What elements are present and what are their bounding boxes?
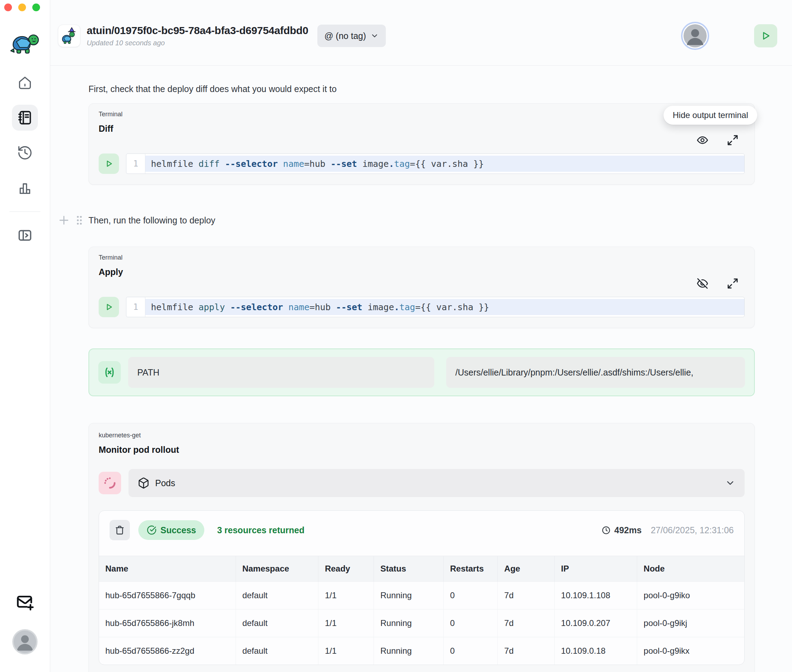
main-area: atuin/01975f0c-bc95-78a4-bfa3-d69754afdb…	[50, 0, 792, 672]
add-block-button[interactable]	[57, 214, 70, 227]
plus-icon	[57, 214, 70, 227]
env-var-block: PATH /Users/ellie/Library/pnpm:/Users/el…	[88, 349, 755, 396]
resource-dropdown[interactable]: Pods	[128, 469, 745, 497]
env-value-field[interactable]: /Users/ellie/Library/pnpm:/Users/ellie/.…	[446, 357, 745, 388]
runbook-titles: atuin/01975f0c-bc95-78a4-bfa3-d69754afdb…	[87, 25, 308, 47]
notebook-content: First, check that the deploy diff does w…	[50, 66, 792, 672]
terminal-block-apply: Terminal Apply	[88, 246, 755, 328]
play-icon	[104, 302, 113, 312]
column-header-age: Age	[498, 556, 555, 582]
result-header: Success 3 resources returned 492ms	[99, 511, 744, 548]
runbook-header: atuin/01975f0c-bc95-78a4-bfa3-d69754afdb…	[50, 0, 792, 66]
line-number: 1	[126, 154, 145, 174]
sidebar-item-history[interactable]	[12, 140, 38, 166]
sidebar-item-terminal-panel[interactable]	[12, 222, 38, 248]
sidebar-item-home[interactable]	[12, 70, 38, 96]
table-row[interactable]: hub-65d7655866-zz2gddefault1/1Running07d…	[99, 637, 744, 665]
minimize-window-button[interactable]	[18, 3, 26, 11]
status-badge: Success	[138, 520, 204, 540]
result-panel: Success 3 resources returned 492ms	[99, 510, 745, 665]
terminal-block-diff: Terminal Diff Hide output terminal	[88, 103, 755, 185]
column-header-node: Node	[637, 556, 744, 582]
column-header-restarts: Restarts	[443, 556, 497, 582]
tag-label: @ (no tag)	[324, 31, 366, 41]
text-block-row: Then, run the following to deploy	[57, 214, 755, 227]
run-block-button[interactable]	[99, 297, 119, 317]
trash-icon	[115, 525, 125, 535]
home-icon	[17, 74, 33, 91]
check-circle-icon	[147, 525, 156, 535]
sidebar-bottom	[0, 593, 50, 654]
avatar-photo	[683, 24, 707, 47]
column-header-status: Status	[374, 556, 444, 582]
eye-off-icon	[696, 277, 709, 290]
pods-table: NameNamespaceReadyStatusRestartsAgeIPNod…	[99, 556, 744, 665]
history-icon	[17, 145, 33, 161]
panel-right-icon	[17, 227, 33, 243]
status-label: Success	[160, 525, 196, 535]
expand-icon	[727, 134, 739, 147]
result-summary: 3 resources returned	[217, 525, 304, 535]
toggle-output-button[interactable]	[696, 277, 709, 290]
block-title[interactable]: Monitor pod rollout	[99, 445, 745, 455]
kubernetes-get-block: kubernetes-get Monitor pod rollout	[88, 423, 755, 672]
block-type-label: Terminal	[99, 110, 745, 118]
avatar-photo	[14, 630, 36, 653]
runbook-title: atuin/01975f0c-bc95-78a4-bfa3-d69754afdb…	[87, 25, 308, 37]
zoom-window-button[interactable]	[32, 3, 40, 11]
code-row: 1 helmfile apply --selector name=hub --s…	[99, 297, 745, 317]
wizard-turtle-icon	[60, 27, 78, 45]
code-row: 1 helmfile diff --selector name=hub --se…	[99, 154, 745, 174]
close-window-button[interactable]	[4, 3, 12, 11]
result-timestamp: 27/06/2025, 12:31:06	[651, 525, 734, 535]
duration-value: 492ms	[614, 525, 642, 535]
play-icon	[760, 30, 771, 42]
resource-selected-value: Pods	[155, 478, 175, 488]
env-name-field[interactable]: PATH	[128, 357, 434, 388]
hide-output-terminal-tooltip: Hide output terminal	[664, 106, 757, 125]
run-runbook-button[interactable]	[754, 24, 777, 47]
expand-block-button[interactable]	[727, 277, 739, 290]
sidebar-item-stats[interactable]	[12, 175, 38, 201]
pods-cube-icon	[137, 477, 150, 489]
column-header-namespace: Namespace	[236, 556, 318, 582]
block-title[interactable]: Apply	[99, 267, 745, 277]
sidebar-nav	[0, 70, 50, 248]
table-row[interactable]: hub-65d7655866-7gqqbdefault1/1Running07d…	[99, 582, 744, 610]
table-header-row: NameNamespaceReadyStatusRestartsAgeIPNod…	[99, 556, 744, 582]
text-block-deploy[interactable]: Then, run the following to deploy	[88, 215, 215, 226]
delete-result-button[interactable]	[110, 520, 130, 540]
drag-handle-icon[interactable]	[75, 214, 84, 227]
window-controls	[4, 3, 40, 11]
notebook-icon	[17, 110, 33, 126]
expand-block-button[interactable]	[727, 134, 739, 147]
code-line[interactable]: helmfile diff --selector name=hub --set …	[145, 155, 744, 172]
text-block-intro[interactable]: First, check that the deploy diff does w…	[88, 84, 755, 94]
sidebar-item-runbooks[interactable]	[12, 105, 38, 131]
variable-icon	[98, 361, 121, 384]
code-editor: 1 helmfile apply --selector name=hub --s…	[126, 297, 745, 317]
line-number: 1	[126, 297, 145, 317]
header-avatar[interactable]	[681, 22, 709, 50]
sidebar-divider	[10, 211, 40, 212]
toggle-output-button[interactable]	[696, 134, 709, 147]
table-row[interactable]: hub-65d7655866-jk8mhdefault1/1Running07d…	[99, 610, 744, 637]
eye-icon	[696, 134, 709, 147]
block-title[interactable]: Diff	[99, 124, 745, 134]
code-line[interactable]: helmfile apply --selector name=hub --set…	[145, 299, 744, 315]
play-icon	[104, 159, 113, 168]
chevron-down-icon	[725, 478, 736, 488]
clock-icon	[601, 525, 611, 535]
code-editor: 1 helmfile diff --selector name=hub --se…	[126, 154, 745, 174]
block-type-label: Terminal	[99, 254, 745, 261]
runbook-icon-tile	[58, 25, 80, 47]
user-avatar[interactable]	[12, 629, 38, 654]
chevron-down-icon	[370, 32, 379, 40]
duration: 492ms	[601, 525, 642, 535]
block-type-label: kubernetes-get	[99, 432, 745, 439]
invite-button[interactable]	[16, 593, 34, 611]
column-header-name: Name	[99, 556, 236, 582]
tag-selector-button[interactable]: @ (no tag)	[317, 25, 385, 47]
run-block-button[interactable]	[99, 154, 119, 174]
column-header-ready: Ready	[318, 556, 374, 582]
